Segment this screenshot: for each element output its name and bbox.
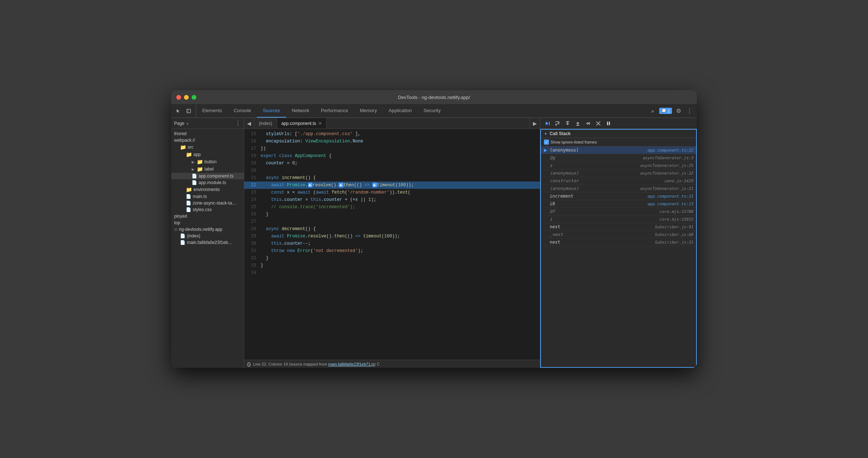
sidebar-header: Page » ⋮ [171,118,244,129]
tree-item-environments[interactable]: 📁 environments [171,186,244,193]
file-tab-index[interactable]: (index) [254,118,277,129]
inspect-icon[interactable] [184,107,193,115]
code-line: 18 export class AppComponent { [244,152,540,160]
step-over-button[interactable] [553,119,561,127]
maximize-button[interactable] [192,95,196,100]
main-content: Page » ⋮ thored webpack:// 📁 src 📁 app [171,118,697,368]
close-button[interactable] [176,95,181,100]
tab-bar-actions: » 💬 1 ⚙ ⋮ [645,104,694,118]
notification-badge[interactable]: 💬 1 [659,108,672,114]
status-text: Line 22, Column 19 (source mapped from m… [253,362,537,366]
next-tab-button[interactable]: ▶ [530,118,540,129]
tree-item-app[interactable]: 📁 app [171,151,244,158]
tab-sources[interactable]: Sources [257,104,286,118]
tab-application[interactable]: Application [383,104,418,118]
stack-item[interactable]: ▶ (anonymous) app.component.ts:22 [541,146,696,154]
tab-memory[interactable]: Memory [354,104,383,118]
svg-rect-4 [607,122,608,125]
svg-rect-5 [609,122,610,125]
deactivate-breakpoints-button[interactable] [594,119,602,127]
step-into-button[interactable] [564,119,572,127]
pause-on-exceptions-button[interactable] [604,119,612,127]
tab-list: Elements Console Sources Network Perform… [196,104,645,118]
call-stack-list: ▶ (anonymous) app.component.ts:22 Qg asy… [541,146,696,246]
chevron-right-icon: ▶ [192,167,195,171]
stack-item[interactable]: Qg asyncToGenerator.js:3 [541,154,696,162]
folder-icon: 📁 [186,152,192,157]
tab-network[interactable]: Network [286,104,315,118]
tree-item-top[interactable]: top [171,220,244,226]
tree-item-main-bundle[interactable]: 📄 main.fa8bfa0e23f1eb… [171,239,244,246]
stack-item[interactable]: s asyncToGenerator.js:25 [541,162,696,169]
code-line: 31 throw new Error('not decremented'); [244,247,540,255]
right-panel: ▼ Call Stack ✓ Show ignore-listed frames… [540,118,697,368]
code-line: 30 this.counter--; [244,240,540,247]
stack-item[interactable]: i core.mjs:15815 [541,215,696,223]
code-line: 25 // console.trace('incremented'); [244,203,540,211]
tree-item-index[interactable]: 📄 (index) [171,233,244,239]
folder-icon: 📁 [197,166,203,172]
tree-item-app-component[interactable]: 📄 app.component.ts [171,173,244,179]
tree-item-thored[interactable]: thored [171,130,244,137]
more-options-icon[interactable]: ⋮ [685,107,694,115]
code-line: 27 [244,218,540,225]
close-tab-icon[interactable]: ✕ [318,121,322,126]
stack-item[interactable]: Of core.mjs:15780 [541,208,696,215]
tree-item-webpack[interactable]: webpack:// [171,137,244,144]
file-icon: 📄 [180,240,185,245]
title-bar: DevTools - ng-devtools.netlify.app/ [171,90,697,104]
code-line: 17 }) [244,145,540,152]
file-icon: 📄 [186,201,191,206]
format-icon[interactable]: {} [247,361,251,367]
tree-item-main-ts[interactable]: 📄 main.ts [171,193,244,200]
call-stack-header: ▼ Call Stack [541,130,696,138]
folder-icon: 📁 [186,187,192,192]
stack-item[interactable]: (anonymous) asyncToGenerator.js:32 [541,169,696,177]
tree-item-app-module[interactable]: 📄 app.module.ts [171,179,244,186]
tree-item-label[interactable]: ▶ 📁 label [171,165,244,173]
file-icon: 📄 [186,194,191,199]
tab-console[interactable]: Console [228,104,257,118]
stack-item[interactable]: _next Subscriber.js:60 [541,231,696,238]
stack-item[interactable]: next Subscriber.js:91 [541,223,696,231]
tab-performance[interactable]: Performance [315,104,354,118]
tree-item-ployed[interactable]: ployed [171,213,244,220]
step-button[interactable] [584,119,592,127]
stack-item[interactable]: i0 app.component.ts:13 [541,200,696,208]
cursor-icon[interactable] [174,107,183,115]
stack-item[interactable]: increment app.component.ts:21 [541,192,696,200]
svg-rect-1 [549,122,550,125]
tree-item-button[interactable]: ▶ 📁 button [171,158,244,165]
code-line: 23 const x = await (await fetch('/random… [244,189,540,196]
tree-item-zone-async[interactable]: 📄 zone-async-stack-ta… [171,200,244,206]
code-line: 26 } [244,211,540,218]
code-line: 33 } [244,262,540,269]
tree-item-styles-css[interactable]: 📄 styles.css [171,206,244,213]
sidebar-more-button[interactable]: » [187,121,189,126]
tree-item-src[interactable]: 📁 src [171,144,244,151]
settings-icon[interactable]: ⚙ [674,107,683,115]
window-title: DevTools - ng-devtools.netlify.app/ [398,95,470,100]
stack-item[interactable]: constructor zone.js:1429 [541,177,696,185]
file-tab-app-component[interactable]: app.component.ts ✕ [277,118,327,129]
collapse-arrow-icon[interactable]: ▼ [544,132,548,136]
sidebar-page-tab[interactable]: Page [174,121,184,126]
source-map-link[interactable]: main.fa8bfa0e23f1eb71.js [328,362,375,366]
tab-security[interactable]: Security [418,104,446,118]
show-ignored-checkbox[interactable]: ✓ [544,140,549,145]
file-tree: thored webpack:// 📁 src 📁 app ▶ 📁 button [171,129,244,368]
file-icon: 📄 [192,173,197,179]
prev-tab-button[interactable]: ◀ [244,118,254,129]
tab-elements[interactable]: Elements [196,104,228,118]
code-content: 15 styleUrls: ['./app.component.css' ], … [244,129,540,360]
stack-item[interactable]: next Subscriber.js:31 [541,238,696,246]
sidebar-options-icon[interactable]: ⋮ [235,120,241,127]
stack-item[interactable]: (anonymous) asyncToGenerator.js:21 [541,185,696,192]
file-icon: 📄 [192,180,197,185]
more-tabs-button[interactable]: » [648,107,657,115]
minimize-button[interactable] [184,95,189,100]
resume-button[interactable] [543,119,551,127]
step-out-button[interactable] [574,119,582,127]
tree-item-ng-devtools[interactable]: ⊙ ng-devtools.netlify.app [171,226,244,233]
debugger-toolbar [540,118,697,129]
